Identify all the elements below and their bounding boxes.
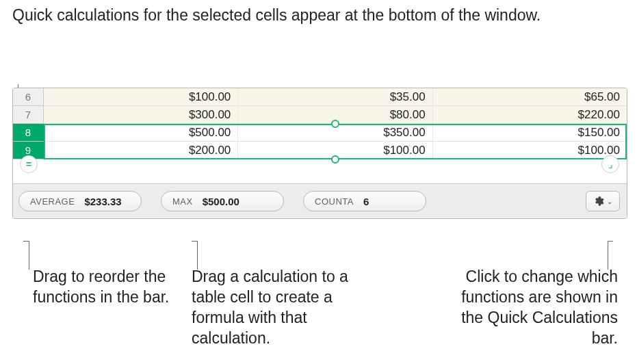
gear-icon xyxy=(593,196,604,207)
quick-calc-fn-label: MAX xyxy=(172,196,193,207)
selection-handle-top[interactable] xyxy=(331,120,339,128)
table-cell[interactable]: $500.00 xyxy=(44,124,238,141)
table-cell[interactable]: $65.00 xyxy=(433,88,627,105)
callout-reorder: Drag to reorder the functions in the bar… xyxy=(33,267,170,308)
quick-calc-pill[interactable]: AVERAGE$233.33 xyxy=(18,191,142,211)
table-cell[interactable]: $220.00 xyxy=(433,106,627,123)
table-row: 7$300.00$80.00$220.00 xyxy=(13,106,627,124)
quick-calc-pill[interactable]: MAX$500.00 xyxy=(161,191,284,211)
table-grid: 6$100.00$35.00$65.007$300.00$80.00$220.0… xyxy=(13,88,627,159)
add-col-icon: ⌟ xyxy=(608,159,613,170)
table-cell[interactable]: $200.00 xyxy=(44,142,238,159)
quick-calc-fn-label: AVERAGE xyxy=(30,196,75,207)
quick-calc-fn-label: COUNTA xyxy=(315,196,354,207)
add-row-button[interactable]: = xyxy=(20,155,38,173)
add-col-button[interactable]: ⌟ xyxy=(601,155,619,173)
callout-leader xyxy=(29,241,29,270)
table-cell[interactable]: $35.00 xyxy=(238,88,432,105)
spreadsheet-window: 6$100.00$35.00$65.007$300.00$80.00$220.0… xyxy=(12,88,627,219)
callout-gear: Click to change which functions are show… xyxy=(440,267,618,349)
row-header[interactable]: 6 xyxy=(13,88,44,106)
quick-calc-settings-button[interactable]: ⌄ xyxy=(586,191,620,211)
table-cell[interactable]: $300.00 xyxy=(44,106,238,123)
callout-drag-formula: Drag a calculation to a table cell to cr… xyxy=(192,267,363,349)
table-cell[interactable]: $150.00 xyxy=(433,124,627,141)
quick-calc-pill[interactable]: COUNTA6 xyxy=(303,191,426,211)
chevron-down-icon: ⌄ xyxy=(607,198,612,205)
callout-quick-calc-top: Quick calculations for the selected cell… xyxy=(12,5,541,26)
quick-calc-value: $233.33 xyxy=(84,196,121,207)
add-row-icon: = xyxy=(26,159,31,170)
table-row: 8$500.00$350.00$150.00 xyxy=(13,124,627,142)
table-row: 6$100.00$35.00$65.00 xyxy=(13,88,627,106)
row-header[interactable]: 8 xyxy=(13,124,44,142)
quick-calc-value: $500.00 xyxy=(203,196,239,207)
row-header[interactable]: 7 xyxy=(13,106,44,124)
callout-leader xyxy=(197,241,198,270)
callout-leader xyxy=(608,241,608,270)
selection-handle-bottom[interactable] xyxy=(331,155,339,164)
table-cell[interactable]: $100.00 xyxy=(433,142,627,159)
table-row: 9$200.00$100.00$100.00 xyxy=(13,142,627,159)
table-cell[interactable]: $100.00 xyxy=(44,88,238,105)
quick-calc-bar: AVERAGE$233.33MAX$500.00COUNTA6 ⌄ xyxy=(13,183,627,218)
quick-calc-value: 6 xyxy=(363,196,369,207)
